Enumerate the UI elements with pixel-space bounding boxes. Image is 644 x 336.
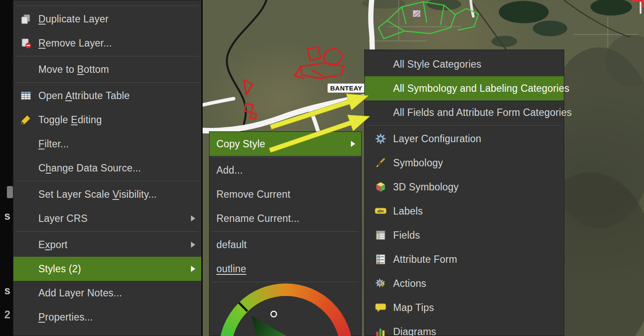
menu-item-label: Map Tips — [393, 302, 434, 314]
menu-item-toggle-editing[interactable]: Toggle Editing — [13, 108, 201, 132]
menu-item-all-style-categories[interactable]: All Style Categories — [365, 52, 564, 76]
menu-item-symbology[interactable]: Symbology — [365, 151, 564, 175]
color-wheel[interactable] — [219, 283, 353, 336]
submenu-arrow-icon — [191, 215, 195, 221]
menu-item-filter[interactable]: Filter... — [13, 132, 201, 156]
menu-item-label: outline — [216, 263, 246, 275]
menu-item-label: Change Data Source... — [38, 162, 141, 174]
menu-separator — [16, 231, 199, 232]
menu-separator — [212, 282, 359, 282]
styles-submenu: Copy Style Add... Remove Current Rename … — [209, 131, 362, 336]
menu-item-all-fields-attribute-form-categories[interactable]: All Fields and Attribute Form Categories — [365, 100, 564, 124]
boundary-line-black — [227, 0, 267, 139]
menu-item-label: Fields — [393, 230, 420, 241]
menu-item-change-data-source[interactable]: Change Data Source... — [13, 156, 201, 180]
cube-icon — [373, 180, 388, 193]
menu-separator — [16, 82, 199, 83]
menu-item-label: Export — [38, 239, 68, 251]
submenu-arrow-icon — [191, 242, 195, 248]
red-parcels — [244, 47, 344, 119]
menu-item-label: Styles (2) — [38, 263, 81, 275]
menu-item-rename-current-style[interactable]: Rename Current... — [209, 206, 361, 230]
menu-item-label: Move to Bottom — [38, 64, 109, 75]
form-icon — [373, 253, 388, 266]
menu-item-3d-symbology[interactable]: 3D Symbology — [365, 175, 564, 199]
menu-item-label: Rename Current... — [216, 213, 300, 224]
map-place-label: BANTEAY — [328, 84, 365, 93]
paintbrush-icon — [373, 156, 388, 169]
menu-item-set-layer-scale-visibility[interactable]: Set Layer Scale Visibility... — [13, 182, 201, 206]
menu-item-label: Remove Layer... — [38, 37, 112, 49]
menu-item-export[interactable]: Export — [13, 233, 201, 257]
attribute-table-icon — [19, 89, 33, 102]
menu-item-label: Copy Style — [216, 138, 265, 150]
extent-marker — [632, 0, 644, 8]
layers-panel-edge: s s 2 — [0, 0, 13, 336]
duplicate-layer-icon — [19, 12, 33, 25]
fields-icon — [373, 229, 388, 242]
menu-separator — [16, 181, 199, 181]
copy-style-submenu: All Style Categories All Symbology and L… — [364, 50, 564, 336]
menu-item-label: 3D Symbology — [393, 181, 459, 193]
menu-item-label: Actions — [393, 278, 426, 289]
menu-item-duplicate-layer[interactable]: Duplicate Layer — [13, 7, 201, 31]
menu-item-label: Duplicate Layer — [38, 13, 109, 25]
menu-item-style-default[interactable]: default — [209, 233, 361, 257]
saturation-triangle[interactable] — [219, 283, 353, 336]
panel-text-fragment: s — [4, 284, 10, 297]
menu-separator — [212, 231, 359, 232]
menu-item-label: Open Attribute Table — [38, 90, 130, 102]
menu-item-label: Add... — [216, 165, 243, 176]
menu-item-styles[interactable]: Styles (2) — [13, 257, 201, 281]
menu-item-label: Attribute Form — [393, 254, 457, 265]
menu-item-label: Layer Configuration — [393, 133, 481, 145]
menu-item-style-outline[interactable]: outline — [209, 257, 361, 281]
panel-text-fragment: s — [4, 210, 10, 222]
layer-context-menu: Duplicate Layer Remove Layer... Move to … — [13, 0, 202, 336]
panel-icon-fragment — [7, 186, 13, 198]
menu-item-label: Toggle Editing — [38, 114, 102, 126]
menu-item-copy-style[interactable]: Copy Style — [209, 132, 361, 156]
panel-text-fragment: 2 — [4, 308, 10, 321]
menu-item-map-tips[interactable]: Map Tips — [365, 296, 564, 320]
menu-item-label: Filter... — [38, 138, 69, 150]
menu-item-label: All Style Categories — [393, 59, 481, 70]
svg-text:abc: abc — [377, 209, 384, 213]
menu-item-layer-configuration[interactable]: Layer Configuration — [365, 127, 564, 151]
menu-item-diagrams[interactable]: Diagrams — [365, 320, 564, 336]
gear-icon — [373, 132, 388, 145]
bar-chart-icon — [373, 325, 388, 336]
menu-item-label: Add Layer Notes... — [38, 287, 122, 299]
menu-item-actions[interactable]: Actions — [365, 271, 564, 296]
menu-separator — [212, 157, 359, 157]
menu-item-all-symbology-labeling-categories[interactable]: All Symbology and Labeling Categories — [365, 76, 564, 100]
menu-item-remove-current-style[interactable]: Remove Current — [209, 182, 361, 206]
menu-separator — [367, 125, 561, 126]
menu-item-label: Properties... — [38, 311, 93, 323]
menu-item-label: Remove Current — [216, 189, 291, 200]
menu-item-properties[interactable]: Properties... — [13, 305, 201, 329]
remove-layer-icon — [19, 37, 33, 50]
labels-icon: abc — [373, 205, 388, 218]
menu-item-add-style[interactable]: Add... — [209, 158, 361, 182]
menu-item-open-attribute-table[interactable]: Open Attribute Table — [13, 84, 201, 108]
menu-item-label: All Symbology and Labeling Categories — [393, 83, 569, 94]
actions-icon — [373, 277, 388, 290]
menu-item-label: Set Layer Scale Visibility... — [38, 189, 157, 200]
menu-item-layer-crs[interactable]: Layer CRS — [13, 206, 201, 230]
menu-separator — [16, 56, 199, 56]
menu-separator — [16, 6, 199, 6]
menu-item-move-to-bottom[interactable]: Move to Bottom — [13, 57, 201, 81]
menu-item-label: Diagrams — [393, 326, 436, 336]
menu-item-label: Labels — [393, 205, 423, 217]
color-picker-marker[interactable] — [271, 311, 277, 317]
menu-item-add-layer-notes[interactable]: Add Layer Notes... — [13, 281, 201, 305]
menu-item-labels[interactable]: abc Labels — [365, 199, 564, 223]
menu-item-remove-layer[interactable]: Remove Layer... — [13, 31, 201, 55]
menu-item-attribute-form[interactable]: Attribute Form — [365, 247, 564, 271]
menu-item-label: default — [216, 239, 247, 251]
speech-bubble-icon — [373, 301, 388, 314]
menu-item-fields[interactable]: Fields — [365, 223, 564, 247]
submenu-arrow-icon — [351, 141, 355, 147]
menu-item-label: Symbology — [393, 157, 443, 169]
